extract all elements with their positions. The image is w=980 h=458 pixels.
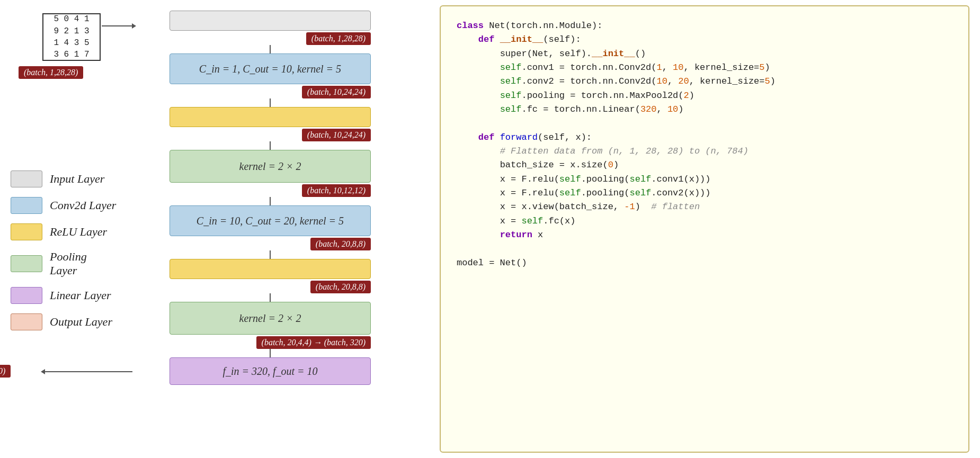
shape-after-pool2: (batch, 20,4,4) → (batch, 320) <box>256 336 371 349</box>
shape-after-pool2-row: (batch, 20,4,4) → (batch, 320) <box>170 336 371 349</box>
code-line-5: self.conv2 = torch.nn.Conv2d(10, 20, ker… <box>457 75 952 88</box>
conv1-layer-section: C_in = 1, C_out = 10, kernel = 5 (batch,… <box>132 53 408 107</box>
connector-1 <box>270 45 271 53</box>
shape-after-conv2: (batch, 20,8,8) <box>310 238 371 250</box>
code-line-13: x = F.relu(self.pooling(self.conv2(x))) <box>457 186 952 200</box>
shape-after-pool1: (batch, 10,12,12) <box>302 184 371 197</box>
output-arrow-head <box>41 369 45 374</box>
left-panel: Input Layer Conv2d Layer ReLU Layer Pool… <box>11 5 424 453</box>
horiz-arrow-input <box>102 25 132 26</box>
legend-box-linear <box>11 287 42 304</box>
shape-after-conv1-row: (batch, 10,24,24) <box>170 86 371 98</box>
code-line-7: self.fc = torch.nn.Linear(320, 10) <box>457 103 952 116</box>
input-layer-section: (batch, 1,28,28) <box>132 11 408 53</box>
shape-after-input: (batch, 1,28,28) <box>306 32 371 45</box>
legend-label-pool: Pooling Layer <box>50 250 117 277</box>
code-line-3: super(Net, self).__init__() <box>457 47 952 61</box>
legend-box-pool <box>11 255 42 272</box>
legend-box-input <box>11 170 42 187</box>
output-horiz-arrow <box>45 371 132 372</box>
linear-layer-section: f_in = 320, f_out = 10 (batch, 10) <box>132 357 408 385</box>
legend-item-input: Input Layer <box>11 170 117 187</box>
net-diagram: 5 0 4 19 2 1 31 4 3 53 6 1 7 (batch, 1,2… <box>132 11 408 385</box>
legend-label-relu: ReLU Layer <box>50 225 107 239</box>
connector-2 <box>270 98 271 107</box>
shape-after-relu2: (batch, 20,8,8) <box>310 281 371 293</box>
legend-label-output: Output Layer <box>50 315 112 329</box>
code-line-12: x = F.relu(self.pooling(self.conv1(x))) <box>457 173 952 186</box>
code-line-4: self.conv1 = torch.nn.Conv2d(1, 10, kern… <box>457 61 952 75</box>
pool1-label: kernel = 2 × 2 <box>239 160 301 173</box>
input-batch-label: (batch, 1,28,28) <box>19 66 83 79</box>
legend-item-output: Output Layer <box>11 313 117 330</box>
relu1-layer-box <box>170 107 371 127</box>
shape-after-conv2-row: (batch, 20,8,8) <box>170 238 371 250</box>
input-layer-box <box>170 11 371 31</box>
legend-item-linear: Linear Layer <box>11 287 117 304</box>
conv2-label: C_in = 10, C_out = 20, kernel = 5 <box>197 215 344 227</box>
legend-box-conv <box>11 197 42 214</box>
pool2-label: kernel = 2 × 2 <box>239 312 301 325</box>
legend-label-conv: Conv2d Layer <box>50 199 116 212</box>
arrow-head <box>132 23 136 29</box>
legend-item-pool: Pooling Layer <box>11 250 117 277</box>
main-container: Input Layer Conv2d Layer ReLU Layer Pool… <box>0 0 980 458</box>
shape-after-relu1-row: (batch, 10,24,24) <box>170 129 371 141</box>
linear-label: f_in = 320, f_out = 10 <box>222 365 317 378</box>
code-line-6: self.pooling = torch.nn.MaxPool2d(2) <box>457 89 952 103</box>
pool2-layer-box: kernel = 2 × 2 <box>170 302 371 335</box>
input-image-text: 5 0 4 19 2 1 31 4 3 53 6 1 7 <box>54 13 89 61</box>
code-line-2: def __init__(self): <box>457 33 952 47</box>
input-batch-shape: (batch, 1,28,28) <box>19 66 83 79</box>
conv1-layer-box: C_in = 1, C_out = 10, kernel = 5 <box>170 53 371 84</box>
relu2-layer-box <box>170 259 371 279</box>
conv2-layer-box: C_in = 10, C_out = 20, kernel = 5 <box>170 205 371 236</box>
code-line-9: def forward(self, x): <box>457 131 952 145</box>
shape-after-relu2-row: (batch, 20,8,8) <box>170 281 371 293</box>
code-line-18: model = Net() <box>457 256 952 270</box>
linear-layer-box: f_in = 320, f_out = 10 <box>170 357 371 385</box>
code-line-14: x = x.view(batch_size, -1) # flatten <box>457 200 952 214</box>
connector-7 <box>270 349 271 357</box>
input-image: 5 0 4 19 2 1 31 4 3 53 6 1 7 <box>42 13 101 61</box>
code-line-17 <box>457 243 952 256</box>
shape-after-pool1-row: (batch, 10,12,12) <box>170 184 371 197</box>
connector-3 <box>270 141 271 150</box>
relu1-layer-section: (batch, 10,24,24) <box>132 107 408 150</box>
output-batch-label-container: (batch, 10) <box>0 365 11 378</box>
code-block: class Net(torch.nn.Module): def __init__… <box>457 19 952 270</box>
code-line-11: batch_size = x.size(0) <box>457 158 952 172</box>
code-panel: class Net(torch.nn.Module): def __init__… <box>440 5 969 453</box>
legend-label-input: Input Layer <box>50 172 104 186</box>
shape-output: (batch, 10) <box>0 365 11 378</box>
legend-box-output <box>11 313 42 330</box>
code-line-15: x = self.fc(x) <box>457 214 952 228</box>
legend-item-conv: Conv2d Layer <box>11 197 117 214</box>
legend-item-relu: ReLU Layer <box>11 223 117 240</box>
conv1-label: C_in = 1, C_out = 10, kernel = 5 <box>199 63 341 75</box>
shape-after-relu1: (batch, 10,24,24) <box>302 129 371 141</box>
shape-after-conv1: (batch, 10,24,24) <box>302 86 371 98</box>
connector-6 <box>270 293 271 302</box>
shape-after-input-row: (batch, 1,28,28) <box>170 32 371 45</box>
legend-label-linear: Linear Layer <box>50 289 111 302</box>
conv2-layer-section: C_in = 10, C_out = 20, kernel = 5 (batch… <box>132 205 408 259</box>
code-line-1: class Net(torch.nn.Module): <box>457 19 952 33</box>
code-line-16: return x <box>457 228 952 242</box>
code-line-10: # Flatten data from (n, 1, 28, 28) to (n… <box>457 145 952 158</box>
code-line-8 <box>457 116 952 130</box>
network-diagram: 5 0 4 19 2 1 31 4 3 53 6 1 7 (batch, 1,2… <box>117 5 424 453</box>
connector-4 <box>270 197 271 205</box>
relu2-layer-section: (batch, 20,8,8) <box>132 259 408 302</box>
pool1-layer-section: kernel = 2 × 2 (batch, 10,12,12) <box>132 150 408 205</box>
connector-5 <box>270 250 271 259</box>
legend-box-relu <box>11 223 42 240</box>
pool2-layer-section: kernel = 2 × 2 (batch, 20,4,4) → (batch,… <box>132 302 408 357</box>
pool1-layer-box: kernel = 2 × 2 <box>170 150 371 183</box>
